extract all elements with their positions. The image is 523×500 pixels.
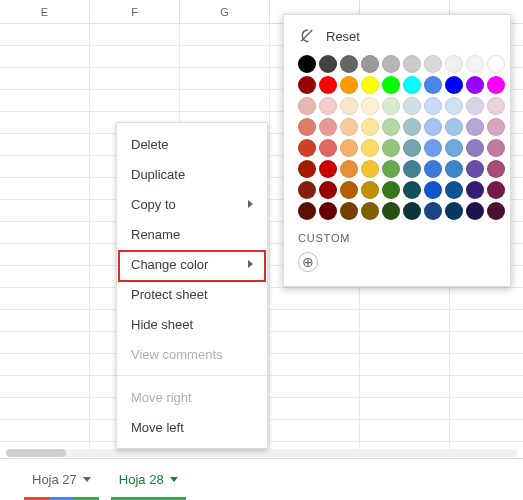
- cell[interactable]: [360, 332, 450, 353]
- cell[interactable]: [0, 24, 90, 45]
- color-swatch[interactable]: [298, 118, 316, 136]
- color-swatch[interactable]: [445, 139, 463, 157]
- cell[interactable]: [360, 398, 450, 419]
- cell[interactable]: [0, 332, 90, 353]
- cell[interactable]: [0, 46, 90, 67]
- cell[interactable]: [360, 354, 450, 375]
- color-swatch[interactable]: [466, 55, 484, 73]
- cell[interactable]: [0, 200, 90, 221]
- color-swatch[interactable]: [487, 97, 505, 115]
- color-swatch[interactable]: [319, 202, 337, 220]
- cell[interactable]: [0, 288, 90, 309]
- color-swatch[interactable]: [319, 139, 337, 157]
- cell[interactable]: [180, 68, 270, 89]
- cell[interactable]: [90, 24, 180, 45]
- color-swatch[interactable]: [382, 118, 400, 136]
- chevron-down-icon[interactable]: [170, 477, 178, 482]
- color-swatch[interactable]: [487, 55, 505, 73]
- cell[interactable]: [450, 310, 523, 331]
- column-header[interactable]: F: [90, 0, 180, 23]
- cell[interactable]: [0, 398, 90, 419]
- cell[interactable]: [0, 222, 90, 243]
- color-swatch[interactable]: [340, 202, 358, 220]
- cell[interactable]: [270, 354, 360, 375]
- color-swatch[interactable]: [361, 139, 379, 157]
- cell[interactable]: [450, 288, 523, 309]
- color-swatch[interactable]: [319, 76, 337, 94]
- menu-item-copy-to[interactable]: Copy to: [117, 189, 267, 219]
- color-swatch[interactable]: [382, 55, 400, 73]
- cell[interactable]: [270, 310, 360, 331]
- color-swatch[interactable]: [466, 202, 484, 220]
- cell[interactable]: [0, 244, 90, 265]
- color-swatch[interactable]: [382, 139, 400, 157]
- menu-item-change-color[interactable]: Change color: [117, 249, 267, 279]
- cell[interactable]: [0, 90, 90, 111]
- cell[interactable]: [450, 354, 523, 375]
- color-swatch[interactable]: [361, 181, 379, 199]
- cell[interactable]: [0, 134, 90, 155]
- cell[interactable]: [360, 376, 450, 397]
- menu-item-move-left[interactable]: Move left: [117, 412, 267, 442]
- cell[interactable]: [90, 90, 180, 111]
- horizontal-scrollbar[interactable]: [6, 449, 517, 457]
- color-swatch[interactable]: [298, 97, 316, 115]
- color-swatch[interactable]: [424, 160, 442, 178]
- cell[interactable]: [270, 398, 360, 419]
- color-swatch[interactable]: [382, 181, 400, 199]
- cell[interactable]: [90, 46, 180, 67]
- column-header[interactable]: E: [0, 0, 90, 23]
- color-swatch[interactable]: [382, 202, 400, 220]
- cell[interactable]: [450, 398, 523, 419]
- menu-item-rename[interactable]: Rename: [117, 219, 267, 249]
- color-swatch[interactable]: [466, 160, 484, 178]
- color-swatch[interactable]: [340, 76, 358, 94]
- color-swatch[interactable]: [319, 118, 337, 136]
- color-swatch[interactable]: [487, 139, 505, 157]
- color-swatch[interactable]: [403, 76, 421, 94]
- color-swatch[interactable]: [466, 181, 484, 199]
- cell[interactable]: [0, 266, 90, 287]
- color-swatch[interactable]: [403, 55, 421, 73]
- menu-item-delete[interactable]: Delete: [117, 129, 267, 159]
- color-swatch[interactable]: [424, 55, 442, 73]
- reset-color-button[interactable]: Reset: [298, 27, 496, 45]
- cell[interactable]: [270, 420, 360, 441]
- color-swatch[interactable]: [298, 181, 316, 199]
- color-swatch[interactable]: [424, 97, 442, 115]
- color-swatch[interactable]: [319, 160, 337, 178]
- color-swatch[interactable]: [361, 97, 379, 115]
- color-swatch[interactable]: [361, 76, 379, 94]
- color-swatch[interactable]: [424, 118, 442, 136]
- color-swatch[interactable]: [487, 76, 505, 94]
- color-swatch[interactable]: [298, 76, 316, 94]
- color-swatch[interactable]: [361, 202, 379, 220]
- color-swatch[interactable]: [403, 97, 421, 115]
- color-swatch[interactable]: [466, 118, 484, 136]
- cell[interactable]: [360, 288, 450, 309]
- color-swatch[interactable]: [361, 160, 379, 178]
- cell[interactable]: [270, 376, 360, 397]
- color-swatch[interactable]: [340, 118, 358, 136]
- color-swatch[interactable]: [403, 139, 421, 157]
- sheet-tab-hoja28[interactable]: Hoja 28: [105, 462, 192, 498]
- color-swatch[interactable]: [403, 160, 421, 178]
- sheet-tab-hoja27[interactable]: Hoja 27: [18, 462, 105, 498]
- color-swatch[interactable]: [445, 160, 463, 178]
- color-swatch[interactable]: [424, 139, 442, 157]
- color-swatch[interactable]: [445, 55, 463, 73]
- cell[interactable]: [270, 288, 360, 309]
- add-custom-color-button[interactable]: ⊕: [298, 252, 318, 272]
- cell[interactable]: [270, 332, 360, 353]
- color-swatch[interactable]: [424, 181, 442, 199]
- color-swatch[interactable]: [319, 181, 337, 199]
- cell[interactable]: [450, 420, 523, 441]
- color-swatch[interactable]: [445, 118, 463, 136]
- color-swatch[interactable]: [466, 97, 484, 115]
- color-swatch[interactable]: [445, 97, 463, 115]
- color-swatch[interactable]: [298, 55, 316, 73]
- color-swatch[interactable]: [340, 55, 358, 73]
- color-swatch[interactable]: [340, 97, 358, 115]
- menu-item-duplicate[interactable]: Duplicate: [117, 159, 267, 189]
- cell[interactable]: [450, 332, 523, 353]
